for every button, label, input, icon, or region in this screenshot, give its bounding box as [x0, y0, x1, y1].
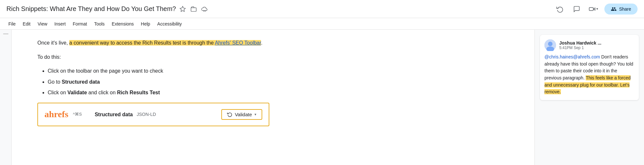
list-item: Go to Structured data	[48, 78, 327, 86]
plugin-shortcut: ^⌘S	[73, 111, 82, 118]
para1-highlight: a convenient way to access the Rich Resu…	[69, 40, 261, 46]
paragraph-1: Once it's live, a convenient way to acce…	[37, 39, 327, 47]
comment-meta: Joshua Hardwick ... 5:41PM Sep 1	[559, 40, 601, 50]
commenter-name: Joshua Hardwick ...	[559, 40, 601, 46]
paragraph-2: To do this:	[37, 53, 327, 61]
title-bar: Rich Snippets: What Are They and How Do …	[0, 0, 644, 18]
bullet-2-prefix: Go to	[48, 79, 62, 85]
para2-text: To do this:	[37, 54, 61, 60]
bullet-3-prefix: Click on	[48, 90, 67, 95]
validate-dropdown-arrow: ▾	[255, 112, 256, 117]
doc-title: Rich Snippets: What Are They and How Do …	[6, 5, 176, 13]
avatar	[544, 39, 556, 51]
plugin-card: ahrefs ^⌘S Structured data JSON-LD Valid…	[37, 103, 269, 126]
title-icons	[179, 5, 208, 13]
comment-card: Joshua Hardwick ... 5:41PM Sep 1 @chris.…	[540, 35, 639, 100]
plugin-label: Structured data	[95, 110, 133, 119]
bullet-list: Click on the toolbar on the page you wan…	[48, 67, 327, 97]
page-break	[3, 34, 8, 34]
comment-mention[interactable]: @chris.haines@ahrefs.com	[544, 54, 600, 59]
bullet-3-bold2: Rich Results Test	[117, 90, 160, 95]
bullet-3-mid: and click on	[87, 90, 117, 95]
bullet-1-text: Click on the toolbar on the page you wan…	[48, 68, 163, 74]
history-button[interactable]	[554, 3, 566, 15]
menu-edit[interactable]: Edit	[20, 20, 34, 28]
validate-button[interactable]: Validate ▾	[221, 109, 262, 120]
folder-icon[interactable]	[190, 5, 197, 13]
ahrefs-logo: ahrefs	[44, 107, 68, 122]
doc-area: Once it's live, a convenient way to acce…	[12, 30, 534, 165]
plugin-middle: Structured data JSON-LD	[95, 110, 208, 119]
title-left: Rich Snippets: What Are They and How Do …	[6, 5, 208, 13]
validate-icon	[227, 112, 232, 117]
bullet-2-bold: Structured data	[62, 79, 100, 85]
menu-view[interactable]: View	[34, 20, 51, 28]
title-right: ▾ Share	[554, 3, 638, 15]
ahrefs-seo-toolbar-link[interactable]: Ahrefs' SEO Toolbar	[215, 40, 261, 46]
list-item: Click on the toolbar on the page you wan…	[48, 67, 327, 75]
svg-marker-0	[180, 6, 186, 11]
share-label: Share	[619, 6, 631, 12]
cloud-icon[interactable]	[201, 5, 208, 13]
para1-after: .	[261, 40, 262, 46]
comment-panel: Joshua Hardwick ... 5:41PM Sep 1 @chris.…	[534, 30, 644, 165]
list-item: Click on Validate and click on Rich Resu…	[48, 88, 327, 97]
para1-before: Once it's live,	[37, 40, 69, 46]
menu-insert[interactable]: Insert	[51, 20, 69, 28]
comment-body: @chris.haines@ahrefs.com Don't readers a…	[544, 54, 634, 96]
svg-rect-5	[589, 7, 593, 10]
menu-extensions[interactable]: Extensions	[109, 20, 137, 28]
menu-format[interactable]: Format	[70, 20, 90, 28]
menu-accessibility[interactable]: Accessibility	[154, 20, 185, 28]
share-button[interactable]: Share	[604, 4, 638, 15]
star-icon[interactable]	[179, 5, 186, 13]
svg-point-8	[548, 42, 553, 46]
svg-rect-1	[191, 7, 196, 11]
comments-button[interactable]	[571, 3, 582, 15]
menu-bar: File Edit View Insert Format Tools Exten…	[0, 18, 644, 30]
menu-file[interactable]: File	[5, 20, 19, 28]
bullet-3-bold1: Validate	[67, 90, 87, 95]
plugin-brand: ahrefs ^⌘S	[44, 107, 82, 122]
comment-time: 5:41PM Sep 1	[559, 46, 601, 50]
doc-text: Once it's live, a convenient way to acce…	[37, 39, 327, 126]
main-content: Once it's live, a convenient way to acce…	[0, 30, 644, 165]
plugin-sublabel: JSON-LD	[137, 111, 156, 118]
validate-label: Validate	[235, 112, 252, 117]
video-button[interactable]: ▾	[588, 3, 599, 15]
menu-tools[interactable]: Tools	[91, 20, 108, 28]
left-margin	[0, 30, 12, 165]
para1-highlight-text: a convenient way to access the Rich Resu…	[69, 40, 215, 46]
comment-header: Joshua Hardwick ... 5:41PM Sep 1	[544, 39, 634, 51]
menu-help[interactable]: Help	[138, 20, 153, 28]
